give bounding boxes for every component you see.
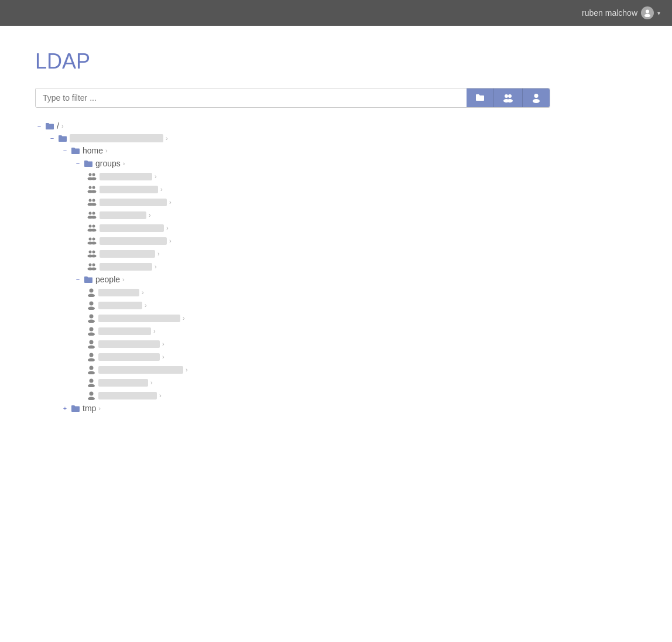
filter-folder-button[interactable] (467, 88, 494, 107)
person-7-chevron: › (186, 366, 188, 373)
people-collapse-icon: − (74, 276, 82, 283)
filter-bar (35, 88, 550, 108)
tree-row-group-6[interactable]: › (35, 234, 585, 247)
svg-point-15 (91, 190, 97, 193)
dc-collapse-icon: − (48, 135, 56, 142)
tree-row-group-2[interactable]: › (35, 183, 585, 196)
tree-row-groups[interactable]: − groups › (35, 157, 585, 170)
collapse-icon: − (35, 122, 43, 129)
tree-row-tmp[interactable]: + tmp › (35, 402, 585, 415)
svg-point-42 (90, 302, 94, 306)
person-4-label (98, 327, 151, 335)
tree-row-person-3[interactable]: › (35, 312, 585, 325)
person-9-icon (87, 391, 96, 400)
person-6-label (98, 353, 160, 361)
tree-row-root[interactable]: − / › (35, 119, 585, 132)
svg-point-57 (88, 397, 95, 401)
tree-row-person-4[interactable]: › (35, 325, 585, 337)
svg-point-6 (534, 94, 539, 98)
tree-row-dc[interactable]: − › (35, 132, 585, 144)
svg-point-36 (89, 264, 92, 267)
svg-point-43 (88, 307, 95, 310)
svg-point-45 (88, 320, 95, 323)
group-item-6-icon (87, 236, 97, 245)
group-item-7-icon (87, 249, 97, 258)
svg-point-29 (92, 238, 95, 241)
group-item-6-label (100, 237, 167, 245)
group-item-2-label (100, 186, 158, 193)
svg-point-39 (91, 268, 97, 271)
tree-row-group-3[interactable]: › (35, 196, 585, 209)
tree-row-person-9[interactable]: › (35, 389, 585, 402)
tree-row-person-7[interactable]: › (35, 363, 585, 376)
svg-point-11 (91, 177, 97, 180)
folder-filter-icon (475, 93, 485, 103)
svg-point-52 (90, 366, 94, 370)
home-folder-icon (71, 147, 80, 155)
person-5-label (98, 340, 160, 348)
svg-point-48 (90, 340, 94, 344)
tree-row-group-8[interactable]: › (35, 260, 585, 273)
tree-row-person-5[interactable]: › (35, 337, 585, 350)
person-3-label (98, 315, 180, 322)
person-9-label (98, 392, 157, 399)
group-item-4-label (100, 211, 146, 219)
group-item-2-icon (87, 185, 97, 194)
tree-row-person-2[interactable]: › (35, 299, 585, 312)
tree-row-group-7[interactable]: › (35, 247, 585, 260)
svg-point-32 (89, 251, 92, 254)
ldap-tree: − / › − › − home › − (35, 119, 585, 415)
person-8-label (98, 379, 148, 387)
svg-point-19 (91, 203, 97, 206)
tree-row-home[interactable]: − home › (35, 144, 585, 157)
person-7-icon (87, 365, 96, 374)
person-1-icon (87, 288, 96, 297)
group-6-chevron: › (169, 237, 172, 244)
person-3-chevron: › (183, 315, 185, 322)
filter-group-button[interactable] (494, 88, 523, 107)
user-menu[interactable]: ruben malchow ▾ (582, 6, 660, 19)
tree-row-person-6[interactable]: › (35, 350, 585, 363)
tree-row-group-5[interactable]: › (35, 221, 585, 234)
home-label: home (83, 146, 103, 155)
svg-point-2 (505, 94, 508, 98)
root-chevron: › (61, 122, 64, 129)
people-chevron: › (122, 276, 125, 283)
person-4-icon (87, 326, 96, 336)
svg-point-41 (88, 294, 95, 298)
person-1-label (98, 289, 139, 296)
person-5-icon (87, 339, 96, 349)
group-3-chevron: › (169, 199, 172, 206)
svg-point-55 (88, 384, 95, 388)
topbar: ruben malchow ▾ (0, 0, 672, 26)
person-3-icon (87, 313, 96, 323)
root-label: / (57, 121, 59, 131)
svg-point-16 (89, 199, 92, 202)
person-8-icon (87, 378, 96, 387)
group-4-chevron: › (149, 211, 151, 218)
filter-input[interactable] (36, 88, 467, 107)
tree-row-group-1[interactable]: › (35, 170, 585, 183)
filter-person-button[interactable] (523, 88, 550, 107)
group-item-icon (87, 172, 97, 181)
tmp-label: tmp (83, 404, 96, 413)
svg-point-25 (92, 225, 95, 228)
people-label: people (95, 275, 120, 284)
tree-row-people[interactable]: − people › (35, 273, 585, 286)
tree-row-person-1[interactable]: › (35, 286, 585, 299)
group-8-chevron: › (155, 263, 157, 270)
groups-collapse-icon: − (74, 160, 82, 167)
user-avatar-icon (641, 6, 654, 19)
person-2-label (98, 302, 142, 309)
tree-row-person-8[interactable]: › (35, 376, 585, 389)
person-1-chevron: › (142, 289, 144, 296)
svg-point-37 (92, 264, 95, 267)
groups-label: groups (95, 159, 121, 168)
home-collapse-icon: − (61, 147, 69, 154)
svg-point-31 (91, 242, 97, 245)
home-chevron: › (105, 147, 108, 154)
svg-point-56 (90, 392, 94, 396)
tree-row-group-4[interactable]: › (35, 209, 585, 221)
dropdown-caret-icon: ▾ (657, 10, 660, 16)
group-7-chevron: › (157, 250, 160, 257)
